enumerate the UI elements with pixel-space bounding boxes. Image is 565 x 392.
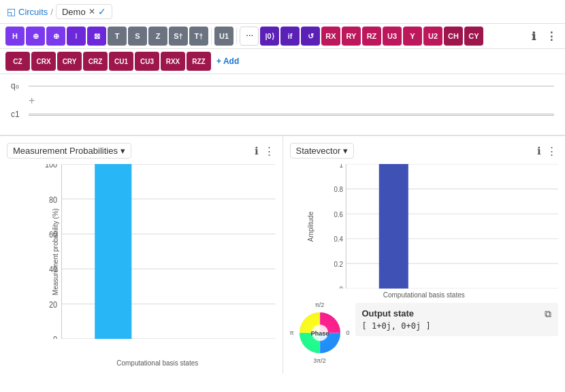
gate-CU3-button[interactable]: CU3 — [135, 52, 159, 71]
measurement-panel-actions: ℹ ⋮ — [253, 144, 276, 159]
add-qubit-row: + — [11, 95, 554, 107]
close-icon[interactable]: ✕ — [88, 7, 95, 16]
svg-text:Phase: Phase — [310, 330, 329, 337]
svg-text:1: 1 — [339, 164, 343, 169]
measurement-x-label: Computational basis states — [39, 359, 276, 367]
gate-more-button[interactable]: ⋯ — [240, 27, 259, 46]
gate-Z_ctrl-button[interactable]: ⁝ — [67, 27, 86, 46]
statevector-title: Statevector — [296, 146, 341, 156]
add-qubit-button[interactable]: + — [29, 95, 35, 107]
svg-text:0.8: 0.8 — [334, 186, 343, 193]
gate-measure-button[interactable]: |0⟩ — [260, 27, 279, 46]
gate-toolbar-row1: H⊕⊕⁝⊠TSZS†T†U1⋯|0⟩if↺RXRYRZU3YU2CHCYℹ⋮ — [0, 24, 565, 49]
copy-output-button[interactable]: ⧉ — [545, 308, 551, 320]
measurement-chart: Measurement probability (%) 0 20 40 60 — [7, 164, 276, 367]
gate-S-button[interactable]: S — [128, 27, 147, 46]
clbit-line-wrapper — [29, 114, 554, 116]
phase-wheel-svg: Phase — [296, 309, 344, 357]
toolbar-separator — [211, 28, 212, 44]
gate-RY-button[interactable]: RY — [342, 27, 361, 46]
demo-tab: Demo ✕ ✓ — [56, 4, 112, 19]
phase-bottom-label: 3π/2 — [313, 357, 326, 364]
output-state-value: [ 1+0j, 0+0j ] — [362, 321, 431, 331]
measurement-title-group: Measurement Probabilities ▾ — [7, 143, 131, 159]
svg-text:0: 0 — [339, 285, 343, 289]
gate-RZZ-button[interactable]: RZZ — [187, 52, 211, 71]
measurement-chart-svg: 0 20 40 60 80 100 0 — [39, 164, 276, 339]
panels-row: Measurement Probabilities ▾ ℹ ⋮ Measurem… — [0, 135, 565, 374]
gate-CRY-button[interactable]: CRY — [57, 52, 82, 71]
gate-CH-button[interactable]: CH — [444, 27, 463, 46]
qubit-label: q₀ — [11, 81, 25, 91]
gate-CRZ-button[interactable]: CRZ — [83, 52, 108, 71]
toolbar-info-button[interactable]: ℹ — [526, 27, 542, 46]
measurement-panel-header: Measurement Probabilities ▾ ℹ ⋮ — [7, 143, 276, 159]
clbit-line-bottom — [29, 115, 554, 116]
chevron-down-icon: ▾ — [120, 146, 125, 156]
toolbar-more-button[interactable]: ⋮ — [543, 27, 560, 46]
statevector-chart-svg: 0 0.2 0.4 0.6 0.8 1 0 1 — [324, 164, 559, 289]
phase-right-label: 0 — [346, 329, 349, 336]
statevector-info-button[interactable]: ℹ — [536, 144, 543, 159]
qubit-row: q₀ — [11, 81, 554, 91]
circuits-label: Circuits — [18, 7, 48, 17]
statevector-panel-header: Statevector ▾ ℹ ⋮ — [290, 143, 559, 159]
add-gate-button[interactable]: + Add — [212, 52, 243, 71]
output-state-title: Output state — [362, 308, 431, 318]
gate-RZ-button[interactable]: RZ — [362, 27, 381, 46]
svg-text:20: 20 — [49, 299, 57, 310]
check-icon: ✓ — [98, 6, 106, 17]
measurement-dropdown[interactable]: Measurement Probabilities ▾ — [7, 143, 131, 159]
qubit-line — [29, 86, 554, 86]
statevector-chevron-icon: ▾ — [343, 146, 348, 156]
svg-text:0.4: 0.4 — [334, 235, 343, 243]
svg-text:0.6: 0.6 — [334, 211, 343, 218]
output-state-box: Output state [ 1+0j, 0+0j ] ⧉ — [355, 303, 559, 336]
gate-H-button[interactable]: H — [5, 27, 25, 46]
svg-text:0.2: 0.2 — [334, 261, 343, 268]
gate-Tdg-button[interactable]: T† — [189, 27, 208, 46]
gate-U3-button[interactable]: U3 — [383, 27, 402, 46]
clbit-line-top — [29, 114, 554, 114]
gate-Yfull-button[interactable]: Y — [403, 27, 422, 46]
gate-X-button[interactable]: ⊕ — [26, 27, 45, 46]
gate-CRX-button[interactable]: CRX — [31, 52, 56, 71]
phase-wheel-container: π/2 3π/2 π 0 — [290, 303, 350, 363]
gate-Sdg-button[interactable]: S† — [169, 27, 188, 46]
phase-output-section: π/2 3π/2 π 0 — [290, 303, 559, 363]
gate-toolbar-row2: CZCRXCRYCRZCU1CU3RXXRZZ+ Add — [0, 49, 565, 74]
gate-U1-button[interactable]: U1 — [214, 27, 233, 46]
breadcrumb-separator: / — [50, 7, 53, 17]
measurement-panel: Measurement Probabilities ▾ ℹ ⋮ Measurem… — [0, 136, 283, 374]
gate-CY-button[interactable]: CY — [464, 27, 483, 46]
gate-Y-button[interactable]: ⊕ — [46, 27, 65, 46]
circuit-icon: ◱ — [7, 6, 16, 17]
measurement-y-label: Measurement probability (%) — [52, 208, 59, 295]
output-state-content: Output state [ 1+0j, 0+0j ] — [362, 308, 431, 331]
gate-RXX-button[interactable]: RXX — [161, 52, 185, 71]
breadcrumb-bar: ◱ Circuits / Demo ✕ ✓ — [0, 0, 565, 24]
gate-Z-button[interactable]: Z — [148, 27, 167, 46]
phase-left-label: π — [290, 329, 294, 336]
gate-T-button[interactable]: T — [108, 27, 127, 46]
gate-CU1-button[interactable]: CU1 — [109, 52, 133, 71]
measurement-info-button[interactable]: ℹ — [253, 144, 260, 159]
circuits-link[interactable]: Circuits — [18, 7, 48, 17]
gate-if-button[interactable]: if — [280, 27, 300, 46]
gate-U2-button[interactable]: U2 — [423, 27, 442, 46]
measurement-title: Measurement Probabilities — [13, 146, 118, 156]
statevector-dropdown[interactable]: Statevector ▾ — [290, 143, 355, 159]
phase-top-label: π/2 — [315, 301, 325, 308]
svg-text:0: 0 — [53, 334, 57, 339]
statevector-y-label: Amplitude — [306, 211, 314, 241]
gate-X_ctrl-button[interactable]: ⊠ — [87, 27, 106, 46]
toolbar-separator — [236, 28, 237, 44]
clbit-row: c1 — [11, 110, 554, 119]
gate-reset-button[interactable]: ↺ — [301, 27, 320, 46]
gate-RX-button[interactable]: RX — [321, 27, 340, 46]
demo-tab-label: Demo — [62, 7, 86, 17]
statevector-panel-actions: ℹ ⋮ — [536, 144, 558, 159]
statevector-more-button[interactable]: ⋮ — [545, 144, 558, 159]
gate-CZ-button[interactable]: CZ — [5, 52, 30, 71]
measurement-more-button[interactable]: ⋮ — [263, 144, 276, 159]
